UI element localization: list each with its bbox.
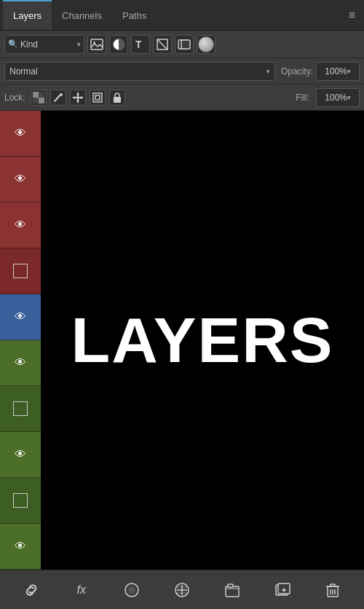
- svg-rect-21: [114, 97, 121, 103]
- lock-image-icon[interactable]: [50, 90, 66, 106]
- svg-marker-16: [76, 101, 79, 103]
- svg-line-4: [157, 39, 167, 50]
- opacity-input[interactable]: [321, 66, 347, 76]
- svg-point-23: [128, 586, 135, 594]
- lock-artboard-icon[interactable]: [90, 90, 106, 106]
- fill-input-wrap[interactable]: ▾: [316, 88, 360, 107]
- layer-strip-2[interactable]: 👁: [0, 157, 41, 203]
- svg-rect-10: [33, 98, 39, 103]
- kind-dropdown[interactable]: Kind Name Effect Mode: [20, 39, 75, 50]
- svg-rect-30: [228, 584, 233, 587]
- filter-shape-icon[interactable]: [153, 35, 172, 54]
- blend-dropdown[interactable]: Normal Dissolve Multiply Screen Overlay: [9, 66, 266, 76]
- filter-image-icon[interactable]: [87, 35, 106, 54]
- svg-point-12: [60, 93, 63, 96]
- panel-menu-icon[interactable]: ≡: [343, 6, 361, 25]
- svg-line-11: [55, 95, 60, 101]
- eye-icon-2: 👁: [15, 173, 26, 186]
- opacity-label: Opacity:: [281, 66, 313, 76]
- search-icon: 🔍: [8, 39, 18, 49]
- layers-area: 👁 👁 👁 👁 👁 👁 👁 LAYERS: [0, 111, 364, 570]
- svg-rect-7: [33, 92, 39, 98]
- blend-chevron-icon: ▾: [266, 68, 270, 75]
- layer-strip-8[interactable]: 👁: [0, 432, 41, 478]
- blend-opacity-row: Normal Dissolve Multiply Screen Overlay …: [0, 58, 364, 85]
- bottom-toolbar: fx: [0, 570, 364, 609]
- svg-marker-17: [72, 96, 75, 99]
- fill-chevron-icon: ▾: [347, 94, 351, 101]
- lock-label: Lock:: [4, 93, 25, 103]
- new-adjustment-button[interactable]: [169, 577, 195, 603]
- filter-row: 🔍 Kind Name Effect Mode ▾ T: [0, 31, 364, 58]
- tab-bar: Layers Channels Paths ≡: [0, 0, 364, 31]
- square-icon-7: [13, 401, 28, 416]
- lock-row: Lock:: [0, 85, 364, 111]
- kind-filter-select[interactable]: 🔍 Kind Name Effect Mode ▾: [4, 35, 84, 54]
- svg-rect-6: [181, 40, 190, 49]
- filter-3d-icon[interactable]: [197, 35, 215, 54]
- svg-marker-18: [81, 96, 84, 99]
- svg-rect-19: [93, 93, 102, 102]
- eye-icon-5: 👁: [15, 310, 26, 323]
- add-mask-button[interactable]: [119, 577, 145, 603]
- filter-adjustment-icon[interactable]: [109, 35, 128, 54]
- svg-rect-9: [39, 92, 44, 98]
- fill-input[interactable]: [321, 93, 347, 103]
- svg-marker-15: [76, 92, 79, 95]
- filter-smart-icon[interactable]: [175, 35, 194, 54]
- svg-rect-20: [95, 95, 100, 100]
- kind-chevron-icon: ▾: [77, 41, 81, 48]
- layer-preview: LAYERS: [41, 111, 364, 570]
- svg-rect-8: [39, 98, 44, 103]
- filter-text-icon[interactable]: T: [131, 35, 150, 54]
- svg-rect-0: [91, 39, 103, 50]
- delete-layer-button[interactable]: [320, 577, 346, 603]
- tab-channels[interactable]: Channels: [52, 0, 112, 30]
- eye-icon-8: 👁: [15, 448, 26, 461]
- eye-icon-1: 👁: [15, 127, 26, 140]
- tab-layers[interactable]: Layers: [3, 0, 52, 30]
- layer-strip-3[interactable]: 👁: [0, 203, 41, 248]
- lock-position-icon[interactable]: [70, 90, 86, 106]
- layer-strip-6[interactable]: 👁: [0, 340, 41, 386]
- opacity-chevron-icon: ▾: [347, 68, 351, 75]
- square-icon-4: [13, 264, 28, 278]
- layers-display-text: LAYERS: [71, 303, 334, 377]
- lock-all-icon[interactable]: [109, 90, 125, 106]
- layer-strip-5[interactable]: 👁: [0, 294, 41, 340]
- eye-icon-10: 👁: [15, 540, 26, 553]
- tab-paths[interactable]: Paths: [112, 0, 157, 30]
- new-layer-button[interactable]: [269, 577, 296, 603]
- layer-strips: 👁 👁 👁 👁 👁 👁 👁: [0, 111, 41, 570]
- fill-label: Fill:: [296, 93, 309, 103]
- opacity-input-wrap[interactable]: ▾: [316, 62, 360, 81]
- svg-text:T: T: [135, 39, 142, 50]
- layer-strip-7[interactable]: [0, 386, 41, 432]
- fx-label: fx: [76, 584, 85, 597]
- link-layers-button[interactable]: [18, 577, 44, 603]
- lock-transparency-icon[interactable]: [31, 90, 47, 106]
- new-group-button[interactable]: [219, 577, 245, 603]
- layer-strip-9[interactable]: [0, 478, 41, 524]
- layer-strip-1[interactable]: 👁: [0, 111, 41, 157]
- layer-fx-button[interactable]: fx: [68, 577, 95, 603]
- layer-strip-4[interactable]: [0, 248, 41, 294]
- svg-rect-29: [226, 586, 239, 597]
- square-icon-9: [13, 493, 28, 508]
- blend-mode-select[interactable]: Normal Dissolve Multiply Screen Overlay …: [4, 62, 275, 81]
- layer-strip-10[interactable]: 👁: [0, 524, 41, 570]
- eye-icon-3: 👁: [15, 219, 26, 232]
- eye-icon-6: 👁: [15, 356, 26, 369]
